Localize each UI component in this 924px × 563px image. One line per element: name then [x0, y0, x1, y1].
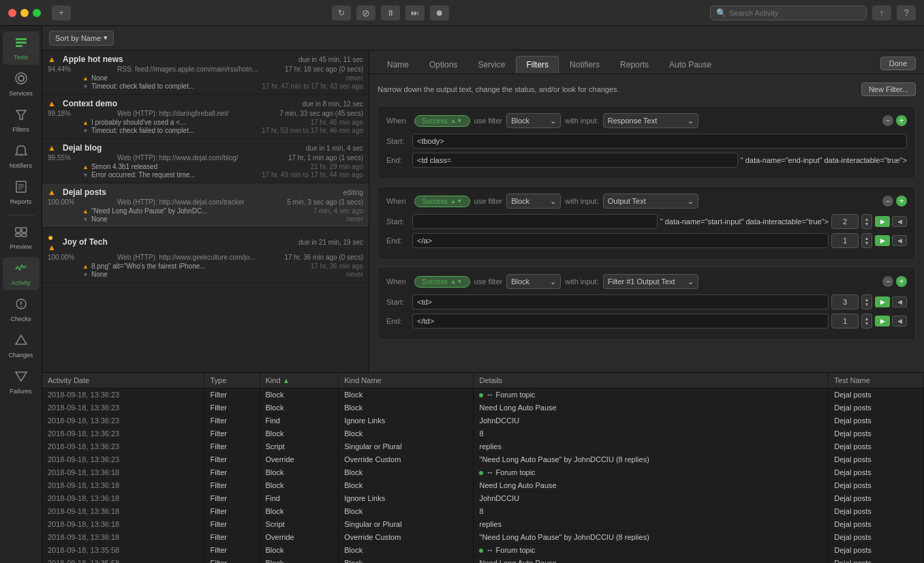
search-bar[interactable]: 🔍: [710, 5, 867, 20]
tab-name[interactable]: Name: [378, 57, 418, 73]
activity-scroll[interactable]: Activity DateTypeKind▲Kind NameDetailsTe…: [42, 373, 924, 563]
start-stepper[interactable]: ▲ ▼: [861, 214, 872, 229]
table-row[interactable]: 2018-09-18, 13:36:23FilterFindIgnore Lin…: [42, 414, 924, 427]
tab-auto-pause[interactable]: Auto Pause: [660, 57, 721, 73]
filter-type-select[interactable]: Block ⌄: [506, 194, 561, 209]
table-row[interactable]: 2018-09-18, 13:36:18FilterOverrideOverri…: [42, 531, 924, 544]
end-action-play[interactable]: ▶: [875, 235, 890, 246]
test-item[interactable]: ▲ Dejal blog due in 1 min, 4 sec 99.55% …: [42, 139, 369, 183]
table-row[interactable]: 2018-09-18, 13:36:23FilterScriptSingular…: [42, 440, 924, 453]
end-stepper[interactable]: ▲ ▼: [861, 233, 872, 248]
test-item[interactable]: ▲ Apple hot news due in 45 min, 11 sec 9…: [42, 50, 369, 95]
tab-filters[interactable]: Filters: [516, 56, 559, 74]
end-action-back[interactable]: ◀: [892, 235, 907, 246]
filter-type-select[interactable]: Block ⌄: [506, 274, 561, 289]
start-input[interactable]: [412, 134, 907, 149]
condition-select[interactable]: Success ▲▼: [414, 196, 470, 207]
end-action-back[interactable]: ◀: [892, 316, 907, 326]
column-header-kind-name[interactable]: Kind Name: [339, 373, 474, 389]
sidebar-item-activity[interactable]: Activity: [3, 257, 40, 290]
add-filter-button[interactable]: +: [896, 115, 907, 126]
condition-select[interactable]: Success ▲▼: [414, 276, 470, 288]
table-row[interactable]: 2018-09-18, 13:35:58FilterBlockBlockNeed…: [42, 557, 924, 564]
start-stepper[interactable]: ▲ ▼: [861, 294, 872, 309]
column-header-details[interactable]: Details: [474, 373, 829, 389]
sidebar-item-changes[interactable]: Changes: [3, 329, 40, 363]
activity-panel: Activity DateTypeKind▲Kind NameDetailsTe…: [42, 372, 924, 563]
input-type-select[interactable]: Output Text ⌄: [603, 194, 698, 209]
new-filter-button[interactable]: New Filter...: [861, 82, 916, 96]
column-header-kind[interactable]: Kind▲: [260, 373, 339, 389]
table-row[interactable]: 2018-09-18, 13:36:23FilterBlockBlock↔ Fo…: [42, 389, 924, 401]
help-button[interactable]: ?: [897, 5, 916, 20]
filter-type-select[interactable]: Block ⌄: [506, 113, 561, 128]
close-button[interactable]: [8, 9, 16, 17]
sidebar-item-failures[interactable]: Failures: [3, 365, 40, 399]
table-row[interactable]: 2018-09-18, 13:36:18FilterScriptSingular…: [42, 518, 924, 531]
end-stepper[interactable]: ▲ ▼: [861, 314, 872, 329]
test-item[interactable]: ▲ Dejal posts editing 100.00% Web (HTTP)…: [42, 183, 369, 228]
column-header-activity-date[interactable]: Activity Date: [42, 373, 204, 389]
done-button[interactable]: Done: [880, 57, 916, 70]
end-input[interactable]: [412, 233, 829, 248]
filter-row-controls: − +: [882, 276, 907, 287]
share-button[interactable]: ↑: [872, 5, 891, 20]
add-button[interactable]: +: [52, 5, 71, 20]
play-next-button[interactable]: ⏭: [405, 5, 425, 20]
minimize-button[interactable]: [20, 9, 29, 17]
add-filter-button[interactable]: +: [896, 276, 907, 287]
start-action-back[interactable]: ◀: [892, 296, 907, 307]
remove-filter-button[interactable]: −: [882, 276, 893, 287]
table-row[interactable]: 2018-09-18, 13:36:18FilterBlockBlock8Dej…: [42, 505, 924, 518]
test-sub-time: never: [346, 74, 363, 82]
remove-filter-button[interactable]: −: [882, 115, 893, 126]
tab-service[interactable]: Service: [468, 57, 514, 73]
table-row[interactable]: 2018-09-18, 13:36:23FilterBlockBlockNeed…: [42, 401, 924, 414]
table-row[interactable]: 2018-09-18, 13:36:23FilterOverrideOverri…: [42, 453, 924, 466]
sidebar-item-checks[interactable]: Checks: [3, 293, 40, 326]
remove-filter-button[interactable]: −: [882, 196, 893, 207]
column-header-type[interactable]: Type: [204, 373, 260, 389]
sidebar-item-services[interactable]: Services: [3, 67, 40, 101]
sort-button[interactable]: Sort by Name ▾: [49, 31, 114, 46]
start-action-play[interactable]: ▶: [875, 296, 890, 307]
test-item[interactable]: ▲ Context demo due in 8 min, 12 sec 99.1…: [42, 95, 369, 139]
test-sub-time: never: [346, 271, 363, 278]
sidebar-item-tests[interactable]: Tests: [3, 31, 40, 65]
input-type-select[interactable]: Response Text ⌄: [603, 113, 698, 128]
sidebar-item-reports[interactable]: Reports: [3, 176, 40, 209]
table-cell: 2018-09-18, 13:36:18: [42, 479, 204, 492]
table-cell: Filter: [204, 427, 260, 440]
test-sub-row: ▼ Error occurred: The request time... 17…: [82, 171, 363, 179]
pause-button[interactable]: ⏸: [381, 5, 400, 20]
tab-reports[interactable]: Reports: [611, 57, 658, 73]
table-row[interactable]: 2018-09-18, 13:36:18FilterBlockBlock↔ Fo…: [42, 466, 924, 479]
table-row[interactable]: 2018-09-18, 13:36:23FilterBlockBlock8Dej…: [42, 427, 924, 440]
sidebar-item-notifiers[interactable]: Notifiers: [3, 140, 40, 173]
end-input[interactable]: [412, 314, 829, 329]
filter-description: Narrow down the output text, change the …: [378, 82, 916, 96]
start-input[interactable]: [412, 294, 829, 309]
refresh-button[interactable]: ↻: [332, 5, 351, 20]
end-action-play[interactable]: ▶: [875, 316, 890, 326]
tab-options[interactable]: Options: [420, 57, 467, 73]
sidebar-item-preview[interactable]: Preview: [3, 221, 40, 254]
start-action-back[interactable]: ◀: [892, 216, 907, 227]
tab-notifiers[interactable]: Notifiers: [560, 57, 609, 73]
test-time: 5 min, 3 sec ago (1 secs): [287, 198, 363, 206]
record-button[interactable]: ⏺: [430, 5, 449, 20]
add-filter-button[interactable]: +: [896, 196, 907, 207]
table-row[interactable]: 2018-09-18, 13:35:58FilterBlockBlock↔ Fo…: [42, 544, 924, 557]
condition-select[interactable]: Success ▲▼: [414, 115, 470, 127]
sidebar-item-filters[interactable]: Filters: [3, 104, 40, 137]
maximize-button[interactable]: [33, 9, 41, 17]
table-row[interactable]: 2018-09-18, 13:36:18FilterBlockBlockNeed…: [42, 479, 924, 492]
test-item[interactable]: ● ▲ Joy of Tech due in 21 min, 19 sec 10…: [42, 228, 369, 283]
table-row[interactable]: 2018-09-18, 13:36:18FilterFindIgnore Lin…: [42, 492, 924, 505]
input-type-select[interactable]: Filter #1 Output Text ⌄: [603, 274, 698, 289]
no-image-button[interactable]: ⊘: [356, 5, 375, 20]
start-action-play[interactable]: ▶: [875, 216, 890, 227]
column-header-test-name[interactable]: Test Name: [829, 373, 924, 389]
search-input[interactable]: [729, 9, 861, 17]
status-icon: ▲: [48, 187, 59, 197]
